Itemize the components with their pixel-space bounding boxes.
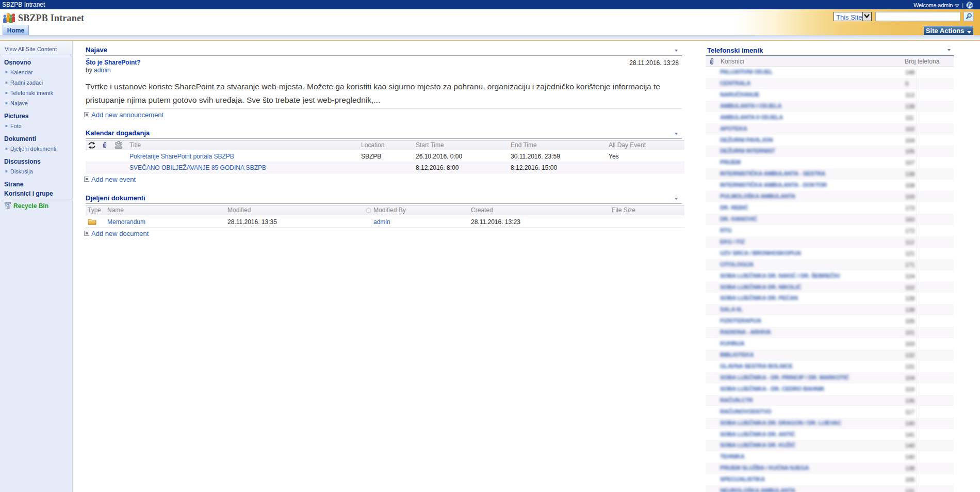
svg-text:?: ?	[968, 3, 971, 8]
